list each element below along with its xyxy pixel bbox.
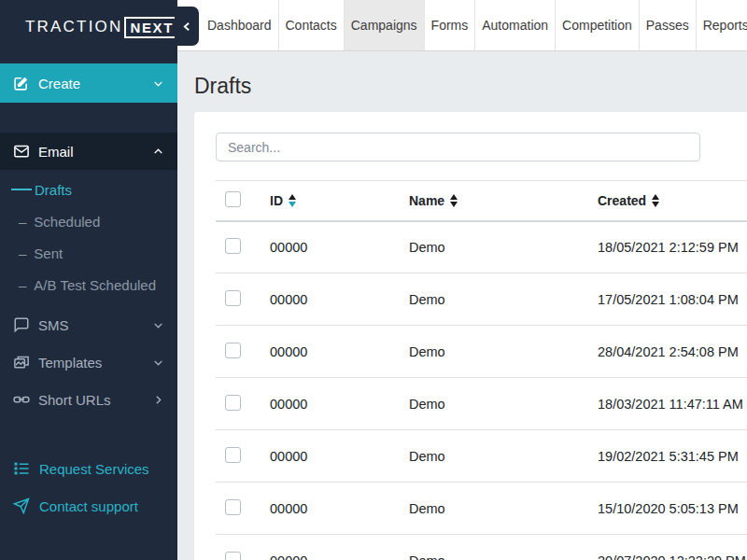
cell-name: Demo <box>409 430 598 483</box>
row-checkbox[interactable] <box>225 395 241 411</box>
table-row: 00000 Demo 19/02/2021 5:31:45 PM <box>216 430 747 483</box>
cell-id: 00000 <box>270 483 409 535</box>
table-row: 00000 Demo 18/05/2021 2:12:59 PM <box>216 221 747 273</box>
cell-created: 17/05/2021 1:08:04 PM <box>598 273 747 326</box>
column-header-name[interactable]: Name <box>409 181 598 221</box>
cell-name: Demo <box>409 221 598 273</box>
sidebar-item-drafts-label: Drafts <box>35 182 72 198</box>
sidebar-item-templates[interactable]: Templates <box>0 343 177 381</box>
column-header-created-label: Created <box>598 193 646 208</box>
tab-competition[interactable]: Competition <box>556 0 640 50</box>
main-area: Dashboard Contacts Campaigns Forms Autom… <box>177 0 747 560</box>
page-title: Drafts <box>194 74 747 99</box>
content-area: Drafts ID <box>177 51 747 560</box>
column-header-id[interactable]: ID <box>270 181 409 221</box>
chevron-down-icon <box>152 357 164 369</box>
cell-id: 00000 <box>270 430 409 483</box>
row-checkbox[interactable] <box>225 447 241 463</box>
email-icon <box>13 143 30 160</box>
cell-created: 18/05/2021 2:12:59 PM <box>598 221 747 273</box>
tab-reports[interactable]: Reports <box>697 0 747 50</box>
sidebar-item-short-urls-label: Short URLs <box>38 392 111 408</box>
table-header-row: ID Name <box>216 181 747 221</box>
contact-support-link[interactable]: Contact support <box>0 487 177 525</box>
cell-id: 00000 <box>270 273 409 326</box>
row-checkbox[interactable] <box>225 499 241 515</box>
contact-support-label: Contact support <box>39 498 138 514</box>
cell-name: Demo <box>409 535 598 560</box>
request-services-icon <box>13 460 30 477</box>
contact-support-icon <box>13 497 30 514</box>
cell-created: 15/10/2020 5:05:13 PM <box>598 483 747 535</box>
table-row: 00000 Demo 28/04/2021 2:54:08 PM <box>216 326 747 378</box>
cell-created: 28/04/2021 2:54:08 PM <box>598 326 747 378</box>
sidebar-item-scheduled-label: Scheduled <box>34 214 100 230</box>
cell-name: Demo <box>409 326 598 378</box>
sort-icon <box>652 194 659 207</box>
sidebar-item-ab-test-scheduled[interactable]: A/B Test Scheduled <box>0 269 177 301</box>
chevron-right-icon <box>152 394 164 406</box>
sidebar-item-sms[interactable]: SMS <box>0 306 177 343</box>
chevron-down-icon <box>152 77 164 90</box>
request-services-link[interactable]: Request Services <box>0 450 177 487</box>
sidebar-item-short-urls[interactable]: Short URLs <box>0 381 177 418</box>
sidebar-item-drafts[interactable]: Drafts <box>0 174 177 205</box>
cell-id: 00000 <box>270 221 409 273</box>
email-submenu: Drafts Scheduled Sent A/B Test Scheduled <box>0 170 177 301</box>
row-checkbox[interactable] <box>225 290 241 306</box>
cell-created: 19/02/2021 5:31:45 PM <box>598 430 747 483</box>
row-checkbox[interactable] <box>225 343 241 358</box>
sidebar-collapse-button[interactable] <box>175 7 199 46</box>
tab-campaigns[interactable]: Campaigns <box>345 0 425 50</box>
sort-icon <box>289 194 296 207</box>
sidebar-item-templates-label: Templates <box>38 355 102 371</box>
table-row: 00000 Demo 17/05/2021 1:08:04 PM <box>216 273 747 326</box>
sidebar-item-sent[interactable]: Sent <box>0 237 177 269</box>
column-header-id-label: ID <box>270 193 283 208</box>
cell-id: 00000 <box>270 378 409 430</box>
drafts-table: ID Name <box>216 180 747 560</box>
logo-text: TRACTION <box>25 18 122 36</box>
table-row: 00000 Demo 15/10/2020 5:05:13 PM <box>216 483 747 535</box>
chevron-left-icon <box>181 20 193 34</box>
tab-passes[interactable]: Passes <box>640 0 697 50</box>
tab-contacts[interactable]: Contacts <box>279 0 345 50</box>
tab-forms[interactable]: Forms <box>425 0 476 50</box>
table-row: 00000 Demo 20/07/2020 12:22:29 PM <box>216 535 747 560</box>
table-row: 00000 Demo 18/03/2021 11:47:11 AM <box>216 378 747 430</box>
sidebar-item-scheduled[interactable]: Scheduled <box>0 205 177 237</box>
top-nav: Dashboard Contacts Campaigns Forms Autom… <box>177 0 747 51</box>
column-header-name-label: Name <box>409 193 444 208</box>
sidebar-footer: Request Services Contact support <box>0 450 177 525</box>
chevron-down-icon <box>152 319 164 331</box>
search-input[interactable] <box>216 133 700 161</box>
logo: TRACTION NEXT <box>0 0 177 54</box>
row-checkbox[interactable] <box>225 238 241 254</box>
row-checkbox[interactable] <box>225 552 241 560</box>
cell-name: Demo <box>409 378 598 430</box>
app-root: TRACTION NEXT Create Email Drafts Schedu… <box>0 0 747 560</box>
short-urls-icon <box>13 391 30 408</box>
compose-icon <box>13 76 29 91</box>
sidebar-item-sms-label: SMS <box>38 317 69 333</box>
request-services-label: Request Services <box>39 461 149 477</box>
create-button[interactable]: Create <box>0 63 177 103</box>
column-header-created[interactable]: Created <box>598 181 747 221</box>
drafts-card: ID Name <box>194 112 747 560</box>
sidebar-item-sent-label: Sent <box>34 245 63 261</box>
sidebar-item-email-label: Email <box>38 144 74 160</box>
cell-id: 00000 <box>270 535 409 560</box>
sidebar: TRACTION NEXT Create Email Drafts Schedu… <box>0 0 177 560</box>
sms-icon <box>13 316 30 333</box>
tab-automation[interactable]: Automation <box>475 0 556 50</box>
chevron-up-icon <box>152 146 164 158</box>
sort-icon <box>450 194 458 207</box>
cell-name: Demo <box>409 273 598 326</box>
cell-created: 20/07/2020 12:22:29 PM <box>598 535 747 560</box>
create-button-label: Create <box>38 76 80 91</box>
templates-icon <box>13 354 30 371</box>
tab-dashboard[interactable]: Dashboard <box>201 0 279 50</box>
cell-created: 18/03/2021 11:47:11 AM <box>598 378 747 430</box>
select-all-checkbox[interactable] <box>225 191 241 207</box>
sidebar-item-email[interactable]: Email <box>0 133 177 170</box>
